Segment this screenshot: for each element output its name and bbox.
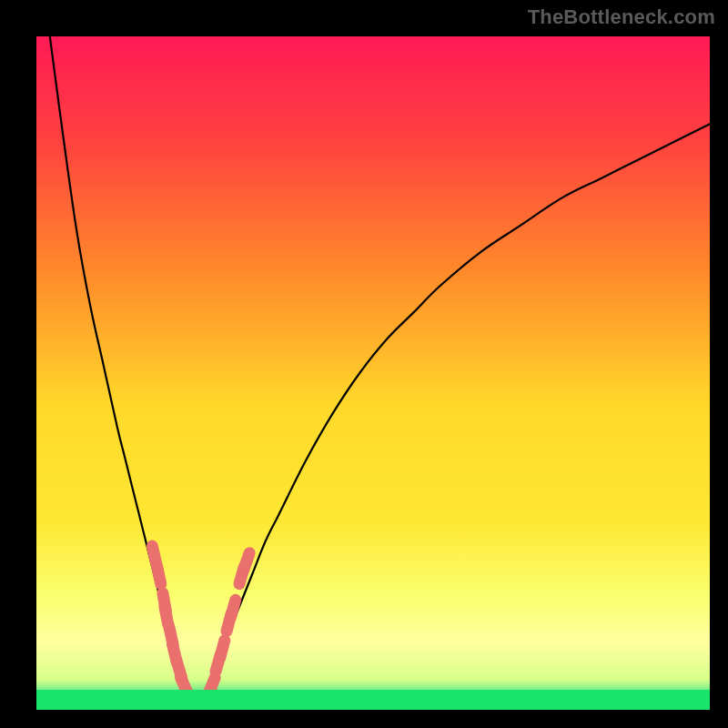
marker-point [220, 641, 225, 658]
marker-group [152, 546, 249, 703]
curve-right-branch [198, 124, 710, 710]
optimal-zone-strip [36, 690, 710, 710]
chart-container: TheBottleneck.com [0, 0, 728, 728]
marker-point [244, 553, 250, 571]
watermark-text: TheBottleneck.com [528, 5, 715, 29]
plot-area [36, 36, 710, 710]
curve-left-branch [50, 36, 198, 710]
curve-layer [36, 36, 710, 710]
marker-point [157, 566, 161, 584]
marker-point [230, 600, 235, 617]
